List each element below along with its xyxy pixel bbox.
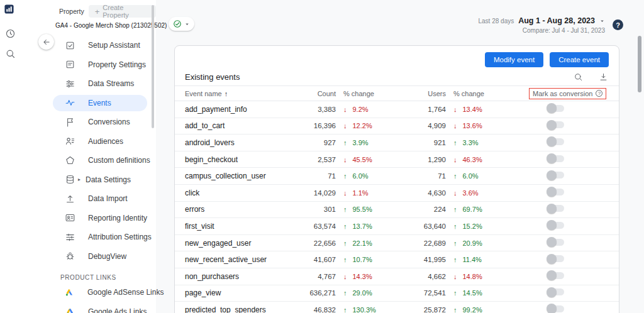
mark-as-conversion-toggle[interactable] [548, 255, 564, 262]
arrow-up-icon: ↑ [453, 206, 457, 213]
events-card: Modify event Create event Existing event… [174, 45, 619, 313]
help-circle-icon[interactable]: ? [596, 90, 602, 97]
sidebar-scrollbar[interactable] [152, 5, 154, 128]
search-icon[interactable] [4, 48, 16, 59]
sidebar-item-label: Google Ads Links [88, 307, 147, 313]
mark-as-conversion-toggle[interactable] [548, 239, 564, 246]
conversion-toggle-cell [515, 305, 609, 313]
plus-icon: + [95, 8, 100, 16]
event-users: 25,872 [396, 306, 446, 313]
event-count: 3,383 [292, 106, 336, 113]
table-row: first_visit63,574↑13.7%63,640↑15.2% [175, 218, 619, 235]
sidebar-item-custom-definitions[interactable]: Custom definitions [20, 151, 156, 170]
arrow-down-icon: ↓ [343, 273, 347, 280]
conversion-toggle-cell [515, 121, 609, 130]
date-range-selector[interactable]: Last 28 days Aug 1 - Aug 28, 2023 Compar… [478, 16, 605, 34]
toggle-knob [547, 204, 557, 214]
sidebar-item-attribution-settings[interactable]: Attribution Settings [20, 228, 156, 247]
sidebar-item-conversions[interactable]: Conversions [20, 113, 156, 132]
date-range-preset: Last 28 days [478, 18, 514, 25]
mark-as-conversion-toggle[interactable] [548, 288, 564, 295]
sidebar-item-label: Setup Assistant [88, 41, 140, 50]
users-change: ↑99.2% [446, 306, 515, 313]
recent-activity-icon[interactable] [4, 28, 16, 39]
create-property-button[interactable]: + Create Property [89, 5, 156, 18]
analytics-logo[interactable] [3, 3, 14, 14]
product-links-label: PRODUCT LINKS [20, 274, 156, 281]
event-count: 2,537 [292, 156, 336, 163]
property-selector[interactable]: GA4 - Google Merch Shop (213025502) [20, 22, 156, 29]
users-change: ↑14.5% [446, 289, 515, 297]
sidebar-item-property-settings[interactable]: Property Settings [20, 55, 156, 75]
event-users: 4,909 [396, 122, 446, 129]
sidebar-item-adsense-links[interactable]: Google AdSense Links [20, 283, 156, 302]
download-icon[interactable] [597, 72, 609, 83]
event-name: campus_collection_user [185, 172, 292, 180]
column-event-name[interactable]: Event name ↑ [185, 90, 292, 97]
arrow-up-icon: ↑ [453, 256, 457, 263]
product-links-menu: Google AdSense LinksGoogle Ads Links [20, 283, 156, 313]
users-change: ↓46.3% [446, 156, 515, 163]
mark-as-conversion-toggle[interactable] [548, 305, 564, 312]
card-actions: Modify event Create event [175, 46, 619, 69]
mark-as-conversion-toggle[interactable] [548, 222, 564, 229]
count-change: ↓45.5% [336, 156, 396, 163]
event-count: 16,396 [292, 122, 336, 129]
sidebar-item-audiences[interactable]: Audiences [20, 132, 156, 151]
collection-status-dropdown[interactable] [169, 17, 194, 31]
main-scrollbar[interactable] [638, 36, 641, 92]
sidebar-item-debugview[interactable]: DebugView [20, 247, 156, 266]
table-row: non_purchasers4,767↓14.3%4,662↓14.8% [175, 268, 619, 285]
count-change: ↓12.2% [336, 122, 396, 129]
arrow-up-icon: ↑ [343, 256, 347, 263]
google-ads-icon [64, 306, 75, 313]
arrow-down-icon: ↓ [453, 106, 457, 113]
event-name: first_visit [185, 222, 292, 231]
sidebar-item-label: Property Settings [88, 60, 146, 69]
sidebar-item-label: Data Streams [88, 79, 134, 88]
mark-as-conversion-toggle[interactable] [548, 105, 564, 112]
column-count-change: % change [336, 90, 396, 97]
date-range-value: Aug 1 - Aug 28, 2023 [518, 16, 595, 25]
mark-as-conversion-toggle[interactable] [548, 272, 564, 279]
back-button[interactable] [38, 34, 54, 50]
arrow-up-icon: ↑ [343, 139, 347, 146]
sidebar-item-data-import[interactable]: Data Import [20, 189, 156, 209]
event-users: 4,662 [396, 273, 446, 280]
arrow-down-icon: ↓ [453, 156, 457, 163]
arrow-up-icon: ↑ [453, 239, 457, 247]
sidebar-item-events[interactable]: Events [20, 94, 156, 113]
column-users-change: % change [446, 90, 515, 97]
mark-as-conversion-toggle[interactable] [548, 121, 564, 128]
event-name: add_payment_info [185, 105, 292, 114]
arrow-down-icon: ↓ [343, 156, 347, 163]
mark-as-conversion-toggle[interactable] [548, 138, 564, 145]
count-change: ↑130.3% [336, 306, 396, 313]
mark-as-conversion-toggle[interactable] [548, 172, 564, 178]
sidebar-item-ads-links[interactable]: Google Ads Links [20, 302, 156, 313]
conversion-toggle-cell [515, 239, 609, 248]
mark-as-conversion-toggle[interactable] [548, 205, 564, 212]
event-users: 63,640 [396, 222, 446, 230]
search-icon[interactable] [572, 72, 584, 83]
count-change: ↓1.1% [336, 189, 396, 197]
sidebar-item-label: Attribution Settings [88, 233, 152, 241]
modify-event-button[interactable]: Modify event [485, 52, 543, 67]
arrow-left-icon [42, 38, 51, 47]
sidebar-item-data-streams[interactable]: Data Streams [20, 74, 156, 94]
count-change: ↑29.0% [336, 289, 396, 297]
mark-as-conversion-toggle[interactable] [548, 155, 564, 162]
table-title: Existing events [185, 72, 572, 82]
assistant-icon [64, 40, 75, 51]
event-count: 301 [292, 206, 336, 213]
table-row: begin_checkout2,537↓45.5%1,290↓46.3% [175, 151, 619, 168]
sidebar-item-data-settings[interactable]: ▸Data Settings [20, 170, 156, 190]
help-button[interactable]: ? [613, 19, 623, 30]
sidebar-item-reporting-identity[interactable]: Reporting Identity [20, 209, 156, 228]
event-name: new_engaged_user [185, 239, 292, 248]
arrow-up-icon: ↑ [343, 289, 347, 297]
create-event-button[interactable]: Create event [550, 52, 609, 67]
table-row: campus_collection_user71↑6.0%71↑6.0% [175, 168, 619, 185]
mark-as-conversion-toggle[interactable] [548, 189, 564, 195]
sidebar-item-label: Audiences [88, 137, 123, 146]
